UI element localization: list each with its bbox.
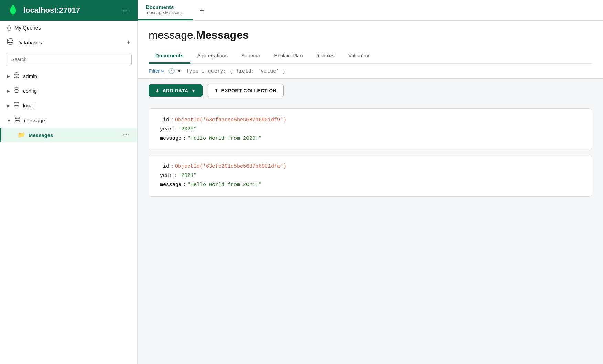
- db-name-admin: admin: [23, 73, 37, 79]
- clock-icon: 🕐: [168, 68, 175, 74]
- collection-messages[interactable]: 📁 Messages ···: [0, 128, 137, 142]
- databases-label: Databases: [17, 39, 123, 45]
- svg-point-3: [14, 102, 19, 104]
- databases-section-header: Databases +: [0, 35, 137, 50]
- title-main: Messages: [196, 29, 249, 41]
- document-card: _id : ObjectId('63cfbecec5be5687b6901df9…: [149, 108, 592, 150]
- tab-bar: Documents message.Messag... +: [138, 0, 603, 21]
- field-value-message: "Hello World from 2020!": [187, 134, 262, 143]
- export-collection-button[interactable]: ⬆ EXPORT COLLECTION: [207, 84, 284, 97]
- tab-indexes[interactable]: Indexes: [310, 48, 342, 64]
- field-value-id: ObjectId('63cfbecec5be5687b6901df9'): [175, 115, 286, 125]
- main-layout: {} My Queries Databases + ▶ admin ▶ conf…: [0, 21, 603, 364]
- svg-point-0: [8, 39, 13, 41]
- svg-point-1: [14, 73, 19, 75]
- svg-point-2: [14, 88, 19, 89]
- doc-field-message: message : "Hello World from 2021!": [160, 180, 581, 190]
- top-bar: localhost:27017 ··· Documents message.Me…: [0, 0, 603, 21]
- tab-aggregations[interactable]: Aggregations: [190, 48, 234, 64]
- active-tab[interactable]: Documents message.Messag...: [138, 0, 193, 20]
- tab-schema[interactable]: Schema: [234, 48, 267, 64]
- documents-list: _id : ObjectId('63cfbecec5be5687b6901df9…: [138, 103, 603, 364]
- document-card: _id : ObjectId('63cfc201c5be5687b6901dfa…: [149, 155, 592, 197]
- tab-title: Documents: [146, 4, 185, 10]
- tab-documents[interactable]: Documents: [149, 48, 190, 64]
- field-key: _id: [160, 115, 169, 125]
- db-row-message[interactable]: ▼ message: [0, 113, 137, 128]
- field-value-year: "2020": [178, 125, 197, 134]
- collection-context-menu[interactable]: ···: [123, 132, 130, 139]
- content-tabs: Documents Aggregations Schema Explain Pl…: [149, 48, 592, 64]
- collection-name: Messages: [29, 132, 53, 138]
- doc-field-id: _id : ObjectId('63cfc201c5be5687b6901dfa…: [160, 162, 581, 171]
- collection-title: message.Messages: [149, 29, 592, 42]
- add-data-label: ADD DATA: [163, 88, 188, 93]
- db-icon-message: [14, 116, 21, 124]
- content-header: message.Messages Documents Aggregations …: [138, 21, 603, 64]
- doc-field-message: message : "Hello World from 2020!": [160, 134, 581, 143]
- folder-icon: 📁: [18, 131, 25, 139]
- field-key: year: [160, 125, 172, 134]
- add-database-button[interactable]: +: [126, 38, 130, 46]
- chevron-right-icon: ▶: [7, 89, 10, 93]
- connection-menu-dots[interactable]: ···: [123, 7, 131, 14]
- sidebar: {} My Queries Databases + ▶ admin ▶ conf…: [0, 21, 138, 364]
- queries-icon: {}: [7, 24, 11, 31]
- databases-icon: [7, 38, 14, 47]
- svg-point-4: [15, 117, 20, 119]
- db-icon-config: [13, 87, 20, 95]
- db-icon-admin: [13, 72, 20, 80]
- add-data-chevron: ▼: [191, 88, 196, 93]
- add-data-button[interactable]: ⬇ ADD DATA ▼: [149, 84, 203, 97]
- db-name-message: message: [24, 117, 45, 123]
- db-name-local: local: [23, 103, 34, 109]
- database-search-input[interactable]: [6, 53, 132, 66]
- sidebar-header: localhost:27017 ···: [0, 0, 138, 21]
- db-row-config[interactable]: ▶ config: [0, 83, 137, 98]
- filter-query-input[interactable]: [186, 68, 592, 74]
- add-tab-button[interactable]: +: [193, 0, 211, 20]
- field-key: year: [160, 171, 172, 180]
- db-icon-local: [13, 102, 20, 110]
- field-key: message: [160, 134, 182, 143]
- connection-name: localhost:27017: [23, 6, 119, 15]
- chevron-right-icon: ▶: [7, 103, 10, 108]
- doc-field-year: year : "2021": [160, 171, 581, 180]
- query-history-button[interactable]: 🕐 ▼: [168, 68, 182, 74]
- chevron-down-icon: ▼: [176, 68, 182, 74]
- external-link-icon: ⧉: [161, 69, 164, 73]
- doc-field-id: _id : ObjectId('63cfbecec5be5687b6901df9…: [160, 115, 581, 125]
- db-name-config: config: [23, 88, 37, 94]
- field-value-id: ObjectId('63cfc201c5be5687b6901dfa'): [175, 162, 286, 171]
- filter-link[interactable]: Filter ⧉: [149, 68, 164, 74]
- download-icon: ⬇: [155, 88, 160, 93]
- filter-label: Filter: [149, 68, 160, 74]
- sidebar-item-my-queries[interactable]: {} My Queries: [0, 21, 137, 35]
- export-icon: ⬆: [214, 88, 219, 93]
- title-prefix: message.: [149, 29, 196, 41]
- filter-bar: Filter ⧉ 🕐 ▼: [138, 64, 603, 79]
- chevron-down-icon: ▼: [7, 118, 11, 123]
- db-row-admin[interactable]: ▶ admin: [0, 69, 137, 83]
- actions-bar: ⬇ ADD DATA ▼ ⬆ EXPORT COLLECTION: [138, 79, 603, 103]
- field-value-message: "Hello World from 2021!": [187, 180, 262, 190]
- db-row-local[interactable]: ▶ local: [0, 98, 137, 113]
- tab-explain-plan[interactable]: Explain Plan: [267, 48, 309, 64]
- field-key: message: [160, 180, 182, 190]
- tab-subtitle: message.Messag...: [146, 10, 185, 15]
- tab-validation[interactable]: Validation: [341, 48, 377, 64]
- mongodb-logo: [7, 4, 19, 16]
- export-label: EXPORT COLLECTION: [221, 88, 276, 93]
- field-value-year: "2021": [178, 171, 197, 180]
- my-queries-label: My Queries: [14, 25, 41, 31]
- content-area: message.Messages Documents Aggregations …: [138, 21, 603, 364]
- doc-field-year: year : "2020": [160, 125, 581, 134]
- chevron-right-icon: ▶: [7, 74, 10, 79]
- field-key: _id: [160, 162, 169, 171]
